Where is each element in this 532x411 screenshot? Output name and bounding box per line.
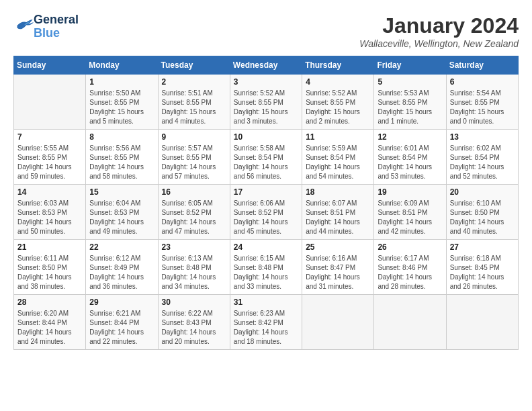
calendar-cell: 8Sunrise: 5:56 AMSunset: 8:55 PMDaylight… xyxy=(86,130,158,185)
day-number: 24 xyxy=(234,242,298,252)
day-number: 17 xyxy=(234,187,298,197)
day-info: Sunrise: 5:56 AMSunset: 8:55 PMDaylight:… xyxy=(89,144,154,181)
day-info: Sunrise: 6:01 AMSunset: 8:54 PMDaylight:… xyxy=(378,144,442,181)
day-info: Sunrise: 6:22 AMSunset: 8:43 PMDaylight:… xyxy=(162,309,226,347)
day-number: 18 xyxy=(306,187,370,197)
logo: GeneralBlue xyxy=(13,13,79,40)
calendar-week-row: 7Sunrise: 5:55 AMSunset: 8:55 PMDaylight… xyxy=(14,130,519,185)
day-info: Sunrise: 5:58 AMSunset: 8:54 PMDaylight:… xyxy=(234,144,298,181)
weekday-header: Wednesday xyxy=(230,56,302,75)
calendar-cell: 24Sunrise: 6:15 AMSunset: 8:48 PMDayligh… xyxy=(230,240,302,295)
calendar-cell: 22Sunrise: 6:12 AMSunset: 8:49 PMDayligh… xyxy=(86,240,158,295)
day-number: 15 xyxy=(89,187,154,197)
day-number: 26 xyxy=(378,242,442,252)
day-number: 4 xyxy=(306,77,370,87)
calendar-cell: 29Sunrise: 6:21 AMSunset: 8:44 PMDayligh… xyxy=(86,295,158,350)
day-number: 14 xyxy=(17,187,82,197)
day-info: Sunrise: 5:53 AMSunset: 8:55 PMDaylight:… xyxy=(378,89,442,126)
day-number: 28 xyxy=(17,298,82,307)
logo-text: GeneralBlue xyxy=(34,13,79,40)
day-info: Sunrise: 5:55 AMSunset: 8:55 PMDaylight:… xyxy=(17,144,82,181)
calendar-cell xyxy=(374,295,446,350)
day-info: Sunrise: 6:18 AMSunset: 8:45 PMDaylight:… xyxy=(450,254,515,291)
day-info: Sunrise: 5:52 AMSunset: 8:55 PMDaylight:… xyxy=(306,89,370,126)
weekday-header: Saturday xyxy=(446,56,518,75)
month-title: January 2024 xyxy=(359,13,519,38)
day-info: Sunrise: 6:04 AMSunset: 8:53 PMDaylight:… xyxy=(89,199,154,236)
day-number: 13 xyxy=(450,132,515,142)
day-info: Sunrise: 5:59 AMSunset: 8:54 PMDaylight:… xyxy=(306,144,370,181)
weekday-header: Monday xyxy=(86,56,158,75)
day-number: 25 xyxy=(306,242,370,252)
day-number: 8 xyxy=(89,132,154,142)
calendar-cell: 10Sunrise: 5:58 AMSunset: 8:54 PMDayligh… xyxy=(230,130,302,185)
day-number: 5 xyxy=(378,77,442,87)
calendar-cell: 7Sunrise: 5:55 AMSunset: 8:55 PMDaylight… xyxy=(14,130,86,185)
day-info: Sunrise: 5:50 AMSunset: 8:55 PMDaylight:… xyxy=(89,89,154,126)
day-number: 29 xyxy=(89,298,154,307)
calendar-cell: 12Sunrise: 6:01 AMSunset: 8:54 PMDayligh… xyxy=(374,130,446,185)
calendar-cell: 28Sunrise: 6:20 AMSunset: 8:44 PMDayligh… xyxy=(14,295,86,350)
calendar-cell: 1Sunrise: 5:50 AMSunset: 8:55 PMDaylight… xyxy=(86,75,158,130)
day-number: 19 xyxy=(378,187,442,197)
day-info: Sunrise: 6:17 AMSunset: 8:46 PMDaylight:… xyxy=(378,254,442,291)
calendar-cell: 23Sunrise: 6:13 AMSunset: 8:48 PMDayligh… xyxy=(158,240,230,295)
calendar-body: 1Sunrise: 5:50 AMSunset: 8:55 PMDaylight… xyxy=(14,75,519,350)
page-header: GeneralBlue January 2024 Wallaceville, W… xyxy=(13,13,519,49)
day-info: Sunrise: 6:10 AMSunset: 8:50 PMDaylight:… xyxy=(450,199,515,236)
calendar-cell: 6Sunrise: 5:54 AMSunset: 8:55 PMDaylight… xyxy=(446,75,518,130)
day-number: 10 xyxy=(234,132,298,142)
day-number: 30 xyxy=(162,298,226,307)
day-info: Sunrise: 6:06 AMSunset: 8:52 PMDaylight:… xyxy=(234,199,298,236)
calendar-cell: 20Sunrise: 6:10 AMSunset: 8:50 PMDayligh… xyxy=(446,185,518,240)
day-info: Sunrise: 5:51 AMSunset: 8:55 PMDaylight:… xyxy=(162,89,226,126)
weekday-header: Sunday xyxy=(14,56,86,75)
day-info: Sunrise: 6:11 AMSunset: 8:50 PMDaylight:… xyxy=(17,254,82,291)
calendar-cell xyxy=(302,295,374,350)
day-info: Sunrise: 6:15 AMSunset: 8:48 PMDaylight:… xyxy=(234,254,298,291)
calendar-table: SundayMondayTuesdayWednesdayThursdayFrid… xyxy=(13,56,519,350)
title-block: January 2024 Wallaceville, Wellington, N… xyxy=(359,13,519,49)
day-info: Sunrise: 6:09 AMSunset: 8:51 PMDaylight:… xyxy=(378,199,442,236)
calendar-cell: 19Sunrise: 6:09 AMSunset: 8:51 PMDayligh… xyxy=(374,185,446,240)
day-number: 23 xyxy=(162,242,226,252)
calendar-cell: 2Sunrise: 5:51 AMSunset: 8:55 PMDaylight… xyxy=(158,75,230,130)
day-number: 2 xyxy=(162,77,226,87)
calendar-cell: 13Sunrise: 6:02 AMSunset: 8:54 PMDayligh… xyxy=(446,130,518,185)
day-number: 16 xyxy=(162,187,226,197)
day-info: Sunrise: 6:12 AMSunset: 8:49 PMDaylight:… xyxy=(89,254,154,291)
weekday-header: Friday xyxy=(374,56,446,75)
day-info: Sunrise: 5:57 AMSunset: 8:55 PMDaylight:… xyxy=(162,144,226,181)
calendar-cell: 17Sunrise: 6:06 AMSunset: 8:52 PMDayligh… xyxy=(230,185,302,240)
calendar-cell: 3Sunrise: 5:52 AMSunset: 8:55 PMDaylight… xyxy=(230,75,302,130)
day-info: Sunrise: 5:52 AMSunset: 8:55 PMDaylight:… xyxy=(234,89,298,126)
day-info: Sunrise: 6:13 AMSunset: 8:48 PMDaylight:… xyxy=(162,254,226,291)
calendar-cell: 15Sunrise: 6:04 AMSunset: 8:53 PMDayligh… xyxy=(86,185,158,240)
calendar-cell: 4Sunrise: 5:52 AMSunset: 8:55 PMDaylight… xyxy=(302,75,374,130)
calendar-cell: 21Sunrise: 6:11 AMSunset: 8:50 PMDayligh… xyxy=(14,240,86,295)
logo-icon xyxy=(15,18,34,33)
calendar-week-row: 14Sunrise: 6:03 AMSunset: 8:53 PMDayligh… xyxy=(14,185,519,240)
day-number: 9 xyxy=(162,132,226,142)
calendar-cell: 25Sunrise: 6:16 AMSunset: 8:47 PMDayligh… xyxy=(302,240,374,295)
weekday-header: Tuesday xyxy=(158,56,230,75)
calendar-cell: 11Sunrise: 5:59 AMSunset: 8:54 PMDayligh… xyxy=(302,130,374,185)
day-number: 20 xyxy=(450,187,515,197)
location: Wallaceville, Wellington, New Zealand xyxy=(359,38,519,49)
day-number: 27 xyxy=(450,242,515,252)
weekday-row: SundayMondayTuesdayWednesdayThursdayFrid… xyxy=(14,56,519,75)
calendar-cell xyxy=(446,295,518,350)
day-number: 12 xyxy=(378,132,442,142)
calendar-cell: 14Sunrise: 6:03 AMSunset: 8:53 PMDayligh… xyxy=(14,185,86,240)
calendar-week-row: 28Sunrise: 6:20 AMSunset: 8:44 PMDayligh… xyxy=(14,295,519,350)
day-number: 6 xyxy=(450,77,515,87)
calendar-cell xyxy=(14,75,86,130)
day-info: Sunrise: 6:23 AMSunset: 8:42 PMDaylight:… xyxy=(234,309,298,347)
calendar-week-row: 21Sunrise: 6:11 AMSunset: 8:50 PMDayligh… xyxy=(14,240,519,295)
day-info: Sunrise: 6:05 AMSunset: 8:52 PMDaylight:… xyxy=(162,199,226,236)
calendar-cell: 16Sunrise: 6:05 AMSunset: 8:52 PMDayligh… xyxy=(158,185,230,240)
calendar-week-row: 1Sunrise: 5:50 AMSunset: 8:55 PMDaylight… xyxy=(14,75,519,130)
day-number: 22 xyxy=(89,242,154,252)
calendar-cell: 18Sunrise: 6:07 AMSunset: 8:51 PMDayligh… xyxy=(302,185,374,240)
calendar-cell: 26Sunrise: 6:17 AMSunset: 8:46 PMDayligh… xyxy=(374,240,446,295)
